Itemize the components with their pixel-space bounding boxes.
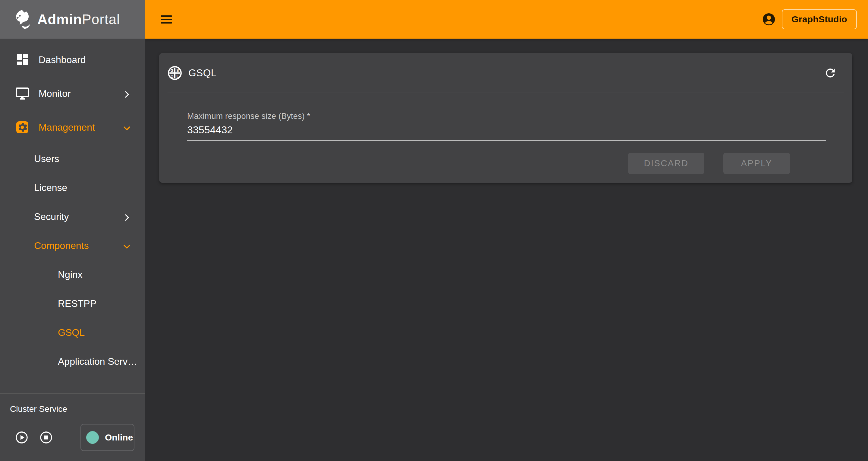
account-icon[interactable] xyxy=(762,12,776,26)
settings-form: Maximum response size (Bytes) * DISCARD … xyxy=(159,93,852,174)
settings-icon xyxy=(15,120,30,135)
sidebar-item-label: RESTPP xyxy=(58,298,96,309)
chevron-down-icon xyxy=(123,123,131,131)
gsql-settings-card: G S Q L GSQL Maximum response size (Byte… xyxy=(159,53,852,183)
card-title: GSQL xyxy=(188,67,217,79)
stop-service-button[interactable] xyxy=(39,431,53,444)
sidebar-item-security[interactable]: Security xyxy=(0,202,145,231)
sidebar-item-license[interactable]: License xyxy=(0,173,145,202)
tiger-logo-icon xyxy=(13,9,32,30)
max-response-size-input[interactable] xyxy=(187,124,826,141)
topbar: GraphStudio xyxy=(145,0,868,39)
sidebar-item-users[interactable]: Users xyxy=(0,144,145,173)
cluster-controls: Online xyxy=(0,424,145,451)
sidebar-item-label: GSQL xyxy=(58,327,85,338)
sidebar-item-monitor[interactable]: Monitor xyxy=(0,77,145,110)
graphstudio-button[interactable]: GraphStudio xyxy=(782,9,857,29)
max-response-size-label: Maximum response size (Bytes) * xyxy=(187,112,310,121)
card-header: G S Q L GSQL xyxy=(159,53,852,93)
form-actions: DISCARD APPLY xyxy=(187,153,826,174)
sidebar-item-gsql[interactable]: GSQL xyxy=(0,318,145,347)
status-label: Online xyxy=(105,432,133,442)
monitor-icon xyxy=(15,86,30,101)
sidebar-item-label: Security xyxy=(34,211,69,222)
chevron-right-icon xyxy=(123,90,131,97)
sidebar-item-dashboard[interactable]: Dashboard xyxy=(0,43,145,77)
cluster-service-title: Cluster Service xyxy=(10,404,145,414)
stop-icon xyxy=(39,440,53,445)
sidebar-nav: Dashboard Monitor Management xyxy=(0,39,145,376)
apply-button[interactable]: APPLY xyxy=(723,153,790,174)
sidebar-item-management[interactable]: Management xyxy=(0,110,145,144)
sidebar-item-label: Components xyxy=(34,240,89,251)
refresh-icon xyxy=(824,76,837,81)
sidebar-item-label: Monitor xyxy=(38,88,71,99)
svg-text:S: S xyxy=(176,68,179,73)
sidebar-item-nginx[interactable]: Nginx xyxy=(0,260,145,289)
app-title-light: Portal xyxy=(82,11,120,27)
start-service-button[interactable] xyxy=(15,431,28,444)
sidebar-item-restpp[interactable]: RESTPP xyxy=(0,289,145,318)
sidebar-item-label: Users xyxy=(34,153,59,165)
sidebar-item-label: Dashboard xyxy=(38,54,86,65)
sidebar-item-application-server[interactable]: Application Serv… xyxy=(0,347,145,376)
sidebar-item-label: License xyxy=(34,182,67,193)
app-title-bold: Admin xyxy=(37,11,82,27)
svg-text:L: L xyxy=(177,74,179,78)
play-icon xyxy=(15,440,28,445)
sidebar-item-label: Management xyxy=(38,122,95,133)
sidebar-item-label: Nginx xyxy=(58,269,83,280)
sidebar-item-label: Application Serv… xyxy=(58,356,137,367)
status-badge: Online xyxy=(81,424,134,451)
svg-text:G: G xyxy=(170,68,174,73)
gsql-logo-icon: G S Q L xyxy=(167,65,182,81)
cluster-service-panel: Cluster Service xyxy=(0,394,145,461)
logo-block: AdminPortal xyxy=(0,0,145,39)
dashboard-icon xyxy=(15,53,30,67)
sidebar: Dashboard Monitor Management xyxy=(0,39,145,461)
chevron-right-icon xyxy=(123,213,131,221)
discard-button[interactable]: DISCARD xyxy=(628,153,704,174)
svg-text:Q: Q xyxy=(170,74,174,78)
chevron-down-icon xyxy=(123,242,131,250)
refresh-button[interactable] xyxy=(824,66,837,80)
status-dot xyxy=(86,431,99,444)
app-title: AdminPortal xyxy=(37,11,120,27)
sidebar-item-components[interactable]: Components xyxy=(0,231,145,260)
menu-icon[interactable] xyxy=(161,16,172,24)
